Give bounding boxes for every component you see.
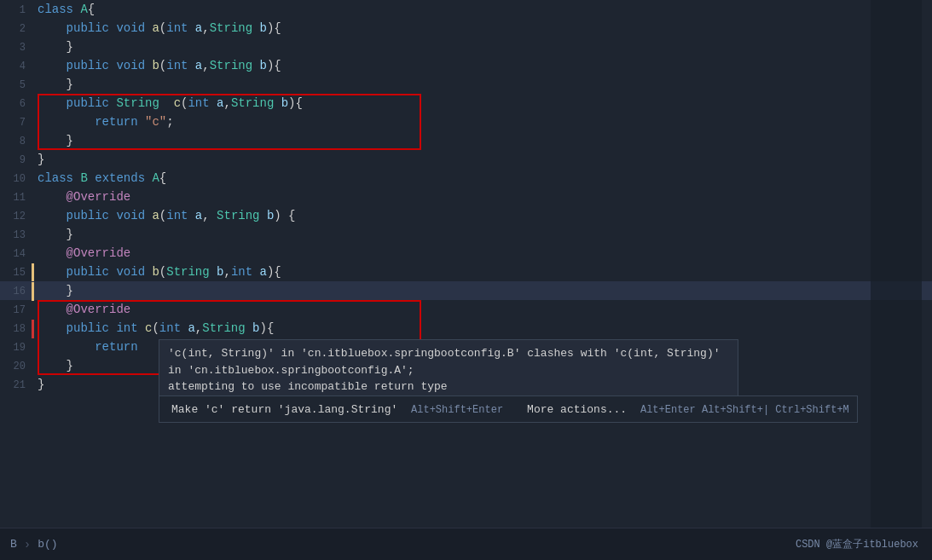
code-container: 1class A{2 public void a(int a,String b)… xyxy=(0,0,932,394)
token: } xyxy=(67,134,73,147)
token: void xyxy=(116,209,152,222)
code-line-4: 4 public void b(int a,String b){ xyxy=(0,56,932,75)
token: A xyxy=(80,3,87,16)
status-bar: B › b() CSDN @蓝盒子itbluebox xyxy=(0,528,932,560)
token: return xyxy=(95,115,145,129)
line-content-18: public int c(int a,String b){ xyxy=(34,319,932,338)
code-line-10: 10class B extends A{ xyxy=(0,169,932,188)
token: String xyxy=(116,96,166,110)
line-number-9: 9 xyxy=(0,151,34,170)
line-number-17: 17 xyxy=(0,301,34,320)
code-line-18: 18 public int c(int a,String b){ xyxy=(0,319,932,338)
gutter-indicator-yellow-16 xyxy=(32,282,34,301)
code-line-5: 5 } xyxy=(0,75,932,94)
line-content-17: @Override xyxy=(34,300,932,319)
token: return xyxy=(95,340,137,354)
token: extends xyxy=(95,171,152,185)
token: a xyxy=(195,209,202,222)
code-line-16: 16 } xyxy=(0,281,932,300)
token: } xyxy=(67,359,73,372)
token: , xyxy=(202,21,209,35)
line-number-3: 3 xyxy=(0,38,34,57)
code-line-12: 12 public void a(int a, String b) { xyxy=(0,206,932,225)
brand-label: CSDN @蓝盒子itbluebox xyxy=(796,537,932,551)
line-content-13: } xyxy=(34,225,932,244)
line-content-4: public void b(int a,String b){ xyxy=(34,56,932,75)
token: String xyxy=(210,21,260,35)
code-line-11: 11 @Override xyxy=(0,188,932,206)
line-content-14: @Override xyxy=(34,244,932,263)
line-number-12: 12 xyxy=(0,207,34,226)
quickfix-item-2[interactable]: More actions... Alt+Enter Alt+Shift+| Ct… xyxy=(515,400,861,419)
token: , xyxy=(223,265,230,279)
line-content-8: } xyxy=(34,131,932,150)
token: String xyxy=(166,265,217,279)
line-content-15: public void b(String b,int a){ xyxy=(34,263,932,281)
token: ; xyxy=(166,115,173,129)
status-left: B › b() xyxy=(0,538,796,551)
line-number-6: 6 xyxy=(0,95,34,113)
line-number-14: 14 xyxy=(0,245,34,263)
token: String xyxy=(210,59,260,72)
token: ){ xyxy=(267,59,281,72)
line-number-5: 5 xyxy=(0,76,34,95)
code-line-9: 9} xyxy=(0,150,932,169)
token: public xyxy=(67,321,117,335)
code-line-14: 14 @Override xyxy=(0,244,932,263)
breadcrumb-sep: › xyxy=(24,538,31,551)
line-content-10: class B extends A{ xyxy=(34,169,932,188)
line-number-18: 18 xyxy=(0,320,34,338)
code-line-15: 15 public void b(String b,int a){ xyxy=(0,263,932,281)
code-line-6: 6 public String c(int a,String b){ xyxy=(0,94,932,113)
line-number-19: 19 xyxy=(0,338,34,357)
token: } xyxy=(38,378,44,391)
token: , xyxy=(223,96,230,110)
token: "c" xyxy=(145,115,166,129)
token: public xyxy=(67,209,117,222)
line-content-2: public void a(int a,String b){ xyxy=(34,19,932,38)
code-line-17: 17 @Override xyxy=(0,300,932,319)
token: ){ xyxy=(259,321,274,335)
quickfix-bar[interactable]: Make 'c' return 'java.lang.String' Alt+S… xyxy=(159,395,858,423)
line-number-20: 20 xyxy=(0,357,34,376)
token: public xyxy=(67,21,117,35)
code-line-13: 13 } xyxy=(0,225,932,244)
line-number-15: 15 xyxy=(0,263,34,282)
quickfix-label-1: Make 'c' return 'java.lang.String' xyxy=(171,403,397,416)
token: int xyxy=(166,59,195,72)
token: int xyxy=(159,321,188,335)
token: int xyxy=(231,265,260,279)
token: c xyxy=(166,96,181,110)
line-content-5: } xyxy=(34,75,932,94)
token: ){ xyxy=(288,96,303,110)
line-number-16: 16 xyxy=(0,282,34,301)
token: @Override xyxy=(67,303,131,316)
line-content-3: } xyxy=(34,38,932,56)
token: ( xyxy=(159,265,166,279)
line-number-8: 8 xyxy=(0,132,34,151)
token: } xyxy=(67,228,73,241)
quickfix-item-1[interactable]: Make 'c' return 'java.lang.String' Alt+S… xyxy=(159,400,515,419)
line-content-7: return "c"; xyxy=(34,113,932,131)
code-line-1: 1class A{ xyxy=(0,0,932,19)
code-line-7: 7 return "c"; xyxy=(0,113,932,131)
token: A xyxy=(152,171,159,185)
token: ){ xyxy=(267,21,281,35)
token: ){ xyxy=(267,265,281,279)
line-content-16: } xyxy=(34,281,932,300)
token: b xyxy=(259,59,266,72)
token: int xyxy=(166,21,195,35)
token: B xyxy=(80,171,95,185)
quickfix-shortcut-1: Alt+Shift+Enter xyxy=(411,404,503,416)
token: a xyxy=(259,265,266,279)
token: public xyxy=(67,265,117,279)
token: { xyxy=(159,171,166,185)
token: a xyxy=(195,21,202,35)
token: @Override xyxy=(67,190,131,204)
line-number-2: 2 xyxy=(0,20,34,38)
token: , xyxy=(202,209,217,222)
token: } xyxy=(67,78,73,91)
line-number-10: 10 xyxy=(0,170,34,188)
line-number-4: 4 xyxy=(0,57,34,76)
line-number-21: 21 xyxy=(0,376,34,395)
